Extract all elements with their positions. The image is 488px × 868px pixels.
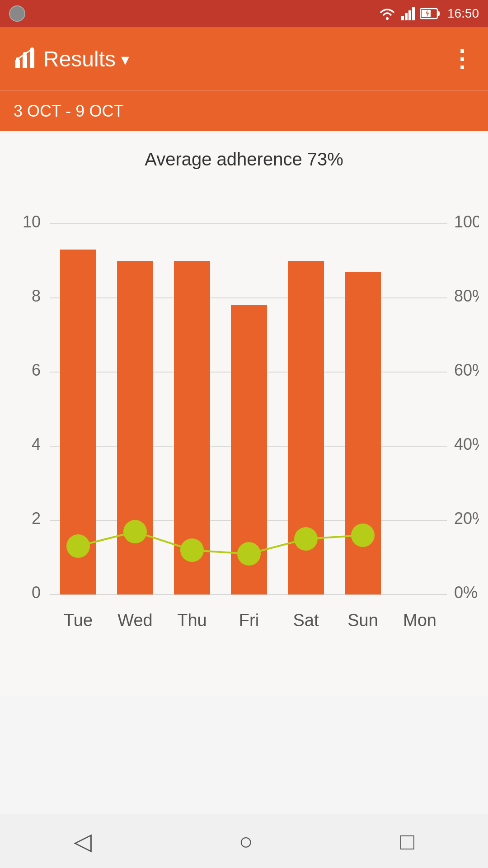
chart-icon [14, 47, 38, 71]
dot-sun [351, 524, 375, 547]
svg-rect-2 [405, 13, 408, 20]
bar-wed [117, 261, 153, 594]
label-tue: Tue [64, 611, 93, 630]
recent-apps-button[interactable]: □ [400, 828, 414, 855]
dropdown-arrow[interactable]: ▾ [121, 50, 129, 69]
svg-point-13 [30, 47, 34, 51]
svg-rect-9 [23, 55, 27, 68]
svg-rect-8 [15, 60, 20, 68]
toolbar-left: Results ▾ [14, 47, 129, 71]
dot-thu [180, 538, 204, 562]
svg-rect-6 [437, 11, 440, 16]
chart-container: 10 8 6 4 2 0 100% 80% 60% 40% 20% 0% [0, 188, 488, 696]
wifi-icon [379, 7, 396, 20]
label-fri: Fri [239, 611, 259, 630]
date-range-label: 3 OCT - 9 OCT [14, 102, 123, 121]
label-thu: Thu [177, 611, 206, 630]
nav-bar: ◁ ○ □ [0, 814, 488, 868]
menu-button[interactable]: ⋮ [450, 45, 474, 72]
toolbar-title-group: Results ▾ [14, 47, 129, 71]
y-label-10: 10 [23, 212, 41, 231]
y-label-8: 8 [32, 287, 41, 305]
average-adherence: Average adherence 73% [0, 149, 488, 170]
status-right: 16:50 [379, 6, 479, 21]
svg-rect-10 [30, 50, 34, 68]
dot-sat [294, 527, 318, 551]
battery-icon [420, 8, 440, 19]
label-sun: Sun [347, 611, 378, 630]
y-pct-20: 20% [454, 509, 479, 528]
toolbar: Results ▾ ⋮ [0, 27, 488, 90]
svg-rect-1 [401, 16, 404, 20]
y-pct-40: 40% [454, 435, 479, 453]
toolbar-title: Results [43, 47, 116, 71]
main-content: Average adherence 73% 10 8 6 4 2 0 [0, 131, 488, 696]
signal-icon [401, 7, 415, 20]
date-range-bar: 3 OCT - 9 OCT [0, 90, 488, 131]
dot-wed [123, 520, 147, 543]
y-pct-60: 60% [454, 361, 479, 379]
y-label-4: 4 [32, 435, 41, 453]
status-icons [379, 7, 440, 20]
y-label-2: 2 [32, 509, 41, 528]
svg-point-0 [386, 17, 389, 20]
dot-tue [66, 534, 90, 558]
time-display: 16:50 [447, 6, 479, 21]
bar-chart: 10 8 6 4 2 0 100% 80% 60% 40% 20% 0% [9, 188, 479, 685]
home-button[interactable]: ○ [239, 828, 253, 855]
y-pct-100: 100% [454, 212, 479, 231]
label-wed: Wed [117, 611, 152, 630]
y-pct-80: 80% [454, 287, 479, 305]
svg-point-12 [23, 52, 27, 56]
dot-fri [237, 542, 261, 566]
y-label-0: 0 [32, 583, 41, 602]
label-sat: Sat [293, 611, 319, 630]
svg-rect-4 [412, 7, 415, 20]
status-bar: 16:50 [0, 0, 488, 27]
y-pct-0: 0% [454, 583, 478, 602]
back-button[interactable]: ◁ [74, 828, 92, 855]
y-label-6: 6 [32, 361, 41, 379]
svg-point-11 [16, 57, 19, 61]
svg-rect-3 [408, 10, 411, 20]
notification-icon [9, 5, 25, 22]
status-left [9, 5, 25, 22]
label-mon: Mon [403, 611, 436, 630]
